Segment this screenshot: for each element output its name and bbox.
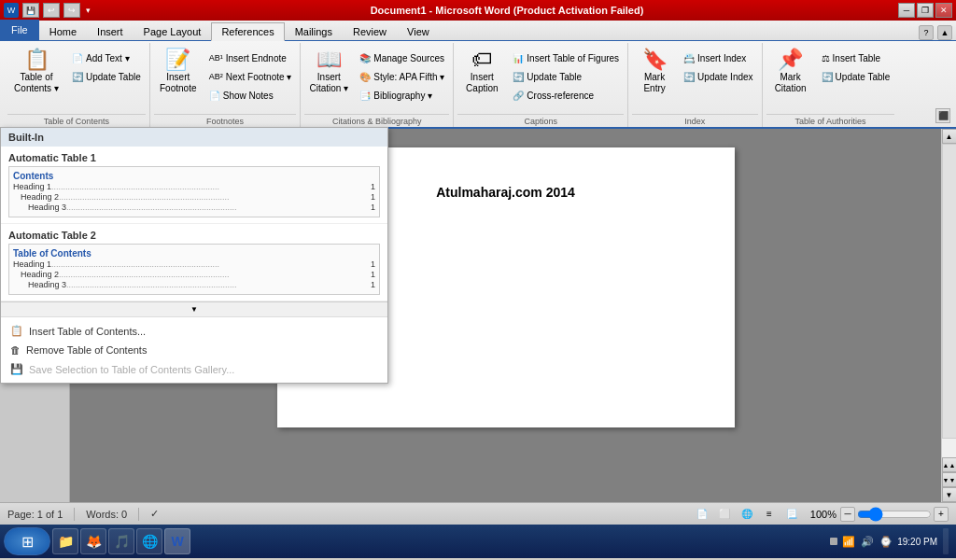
toc-icon: 📋: [24, 49, 49, 70]
words-status: Words: 0: [86, 509, 127, 520]
preview-1-label: Contents: [13, 171, 375, 181]
status-sep-2: [138, 508, 139, 521]
next-footnote-btn[interactable]: AB²Next Footnote ▾: [204, 67, 297, 86]
mark-citation-label: MarkCitation: [775, 72, 807, 94]
print-layout-btn[interactable]: 📄: [693, 506, 711, 523]
toc-item-2[interactable]: Automatic Table 2 Table of Contents Head…: [1, 224, 387, 301]
taskbar-chrome[interactable]: 🌐: [136, 528, 162, 554]
tab-insert[interactable]: Insert: [87, 21, 134, 40]
taskbar: ⊞ 📁 🦊 🎵 🌐 W 📶 🔊 ⌚ 19:20 PM: [0, 525, 956, 558]
tray-icon-2: 🔊: [860, 534, 875, 549]
web-layout-btn[interactable]: 🌐: [738, 506, 756, 523]
mark-citation-btn[interactable]: 📌 MarkCitation: [766, 45, 815, 112]
insert-citation-btn[interactable]: 📖 InsertCitation ▾: [304, 45, 353, 112]
zoom-out-btn[interactable]: ─: [840, 507, 855, 522]
tab-file[interactable]: File: [0, 20, 39, 40]
preview-1-h1: Heading 1 ..............................…: [13, 182, 375, 191]
zoom-controls[interactable]: ─ +: [840, 507, 949, 522]
toc-label: Table ofContents ▾: [14, 72, 59, 94]
mark-entry-btn[interactable]: 🔖 MarkEntry: [632, 45, 677, 112]
insert-caption-btn[interactable]: 🏷 InsertCaption: [457, 45, 506, 112]
update-index-label: Update Index: [697, 72, 753, 82]
tab-mailings[interactable]: Mailings: [285, 21, 343, 40]
tray-icon-1: 📶: [841, 534, 856, 549]
ribbon-group-toc: 📋 Table ofContents ▾ 📄Add Text ▾ 🔄Update…: [4, 43, 150, 127]
taskbar-media[interactable]: 🎵: [108, 528, 134, 554]
zoom-slider[interactable]: [857, 509, 932, 520]
update-index-btn[interactable]: 🔄Update Index: [679, 67, 758, 86]
tab-view[interactable]: View: [397, 21, 440, 40]
vertical-scrollbar[interactable]: ▲ ▲▲ ▼▼ ▼: [941, 129, 956, 502]
insert-index-btn[interactable]: 📇Insert Index: [679, 49, 758, 67]
taskbar-explorer[interactable]: 📁: [52, 528, 78, 554]
authorities-group-label: Table of Authorities: [766, 114, 895, 128]
restore-button[interactable]: ❐: [917, 3, 934, 18]
captions-group-label: Captions: [457, 114, 624, 128]
preview-2-h2: Heading 2 ..............................…: [21, 270, 375, 279]
manage-sources-label: Manage Sources: [373, 53, 444, 63]
insert-toc-icon: 📋: [10, 325, 23, 337]
preview-2-label: Table of Contents: [13, 248, 375, 259]
tab-home[interactable]: Home: [39, 21, 87, 40]
save-toc-gallery-btn: 💾 Save Selection to Table of Contents Ga…: [1, 359, 387, 379]
insert-footnote-btn[interactable]: 📝 InsertFootnote: [154, 45, 203, 112]
window-control-save[interactable]: 💾: [22, 3, 39, 18]
scroll-page-up-btn[interactable]: ▲▲: [942, 457, 957, 472]
update-table-captions-label: Update Table: [527, 72, 582, 82]
style-btn[interactable]: 🎨Style: APA Fifth ▾: [355, 67, 449, 86]
footnote-icon: 📝: [165, 49, 190, 70]
scroll-track[interactable]: [942, 144, 957, 439]
scroll-up-btn[interactable]: ▲: [942, 129, 957, 144]
add-text-label: Add Text ▾: [86, 53, 130, 63]
start-button[interactable]: ⊞: [4, 527, 50, 555]
insert-table-figures-btn[interactable]: 📊Insert Table of Figures: [508, 49, 624, 67]
tab-review[interactable]: Review: [343, 21, 397, 40]
toc-scroll-area[interactable]: Automatic Table 1 Contents Heading 1 ...…: [1, 147, 387, 301]
toc-item-1-preview: Contents Heading 1 .....................…: [8, 166, 380, 217]
taskbar-word[interactable]: W: [164, 528, 190, 554]
remove-toc-icon: 🗑: [10, 344, 21, 356]
preview-1-h3: Heading 3 ..............................…: [28, 203, 375, 212]
preview-2-h1: Heading 1 ..............................…: [13, 259, 375, 269]
scroll-page-down-btn[interactable]: ▼▼: [942, 472, 957, 487]
remove-toc-btn[interactable]: 🗑 Remove Table of Contents: [1, 341, 387, 359]
show-notes-btn[interactable]: 📄Show Notes: [204, 86, 297, 105]
cross-reference-btn[interactable]: 🔗Cross-reference: [508, 86, 624, 105]
help-btn[interactable]: ?: [919, 25, 934, 40]
insert-endnote-btn[interactable]: AB¹Insert Endnote: [204, 49, 297, 67]
toc-scroll-down[interactable]: ▼: [1, 301, 387, 316]
update-table-toc-label: Update Table: [86, 72, 141, 82]
draft-btn[interactable]: 📃: [782, 506, 801, 523]
taskbar-firefox[interactable]: 🦊: [80, 528, 106, 554]
insert-footnote-label: InsertFootnote: [160, 72, 196, 94]
tab-references[interactable]: References: [211, 22, 284, 41]
redo-btn[interactable]: ↪: [63, 3, 80, 18]
status-sep-1: [74, 508, 75, 521]
update-table-btn-toc[interactable]: 🔄Update Table: [67, 67, 146, 86]
close-button[interactable]: ✕: [935, 3, 952, 18]
ribbon-collapse-btn[interactable]: ▲: [937, 25, 952, 40]
toc-item-1[interactable]: Automatic Table 1 Contents Heading 1 ...…: [1, 147, 387, 224]
update-table-captions-btn[interactable]: 🔄Update Table: [508, 67, 624, 86]
add-text-btn[interactable]: 📄Add Text ▾: [67, 49, 146, 67]
minimize-button[interactable]: ─: [898, 3, 915, 18]
title-bar: W 💾 ↩ ↪ ▾ Document1 - Microsoft Word (Pr…: [0, 0, 956, 21]
show-desktop-btn[interactable]: [943, 528, 949, 554]
tab-page-layout[interactable]: Page Layout: [134, 21, 212, 40]
full-screen-btn[interactable]: ⬜: [715, 506, 734, 523]
table-of-contents-btn[interactable]: 📋 Table ofContents ▾: [7, 45, 65, 112]
scroll-down-btn[interactable]: ▼: [942, 487, 957, 502]
bibliography-btn[interactable]: 📑Bibliography ▾: [355, 86, 449, 105]
insert-toc-btn[interactable]: 📋 Insert Table of Contents...: [1, 321, 387, 341]
zoom-in-btn[interactable]: +: [934, 507, 949, 522]
preview-2-h3: Heading 3 ..............................…: [28, 280, 375, 289]
update-table-auth-btn[interactable]: 🔄Update Table: [817, 67, 895, 86]
tray-arrow[interactable]: [830, 538, 837, 545]
outline-btn[interactable]: ≡: [760, 506, 779, 523]
mark-entry-label: MarkEntry: [643, 72, 665, 94]
group-expand-icon[interactable]: ⬛: [935, 108, 950, 123]
undo-btn[interactable]: ↩: [43, 3, 60, 18]
manage-sources-btn[interactable]: 📚Manage Sources: [355, 49, 449, 67]
insert-table-auth-btn[interactable]: ⚖Insert Table: [817, 49, 895, 67]
document-content: Atulmaharaj.com 2014: [436, 185, 575, 200]
